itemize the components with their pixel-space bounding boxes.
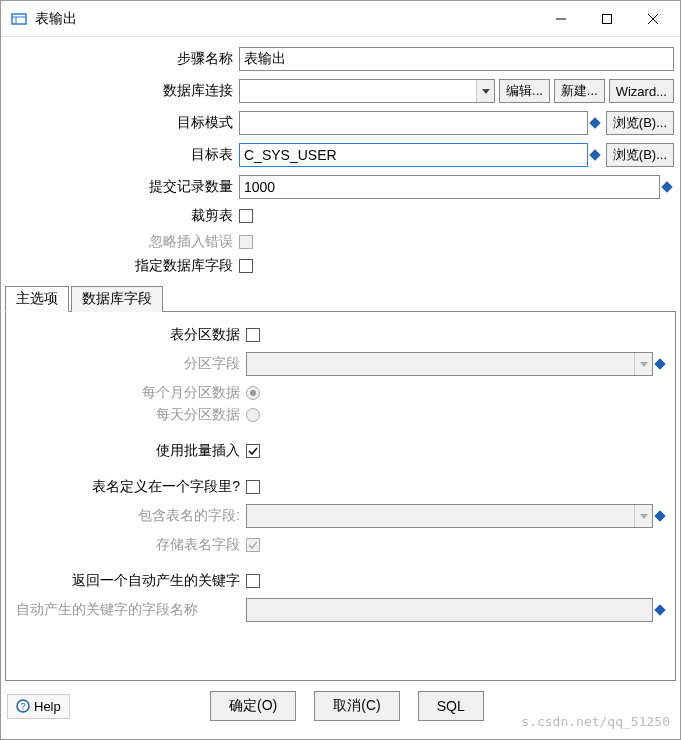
tab-strip: 主选项 数据库字段 bbox=[5, 286, 676, 312]
svg-rect-0 bbox=[12, 14, 26, 24]
chevron-down-icon bbox=[634, 353, 652, 375]
partition-field-combo bbox=[246, 352, 653, 376]
db-conn-label: 数据库连接 bbox=[7, 82, 239, 100]
chevron-down-icon[interactable] bbox=[476, 80, 494, 102]
store-tablename-field-label: 存储表名字段 bbox=[14, 536, 246, 554]
commit-size-input[interactable] bbox=[239, 175, 660, 199]
ok-button[interactable]: 确定(O) bbox=[210, 691, 296, 721]
svg-rect-4 bbox=[603, 14, 612, 23]
svg-text:?: ? bbox=[20, 701, 25, 711]
variable-icon bbox=[589, 149, 600, 160]
ignore-insert-error-label: 忽略插入错误 bbox=[7, 233, 239, 251]
title-bar: 表输出 bbox=[1, 1, 680, 37]
wizard-button[interactable]: Wizard... bbox=[609, 79, 674, 103]
app-icon bbox=[11, 11, 27, 27]
browse-table-button[interactable]: 浏览(B)... bbox=[606, 143, 674, 167]
variable-icon bbox=[654, 510, 665, 521]
partition-monthly-label: 每个月分区数据 bbox=[14, 384, 246, 402]
return-autokey-checkbox[interactable] bbox=[246, 574, 260, 588]
new-conn-button[interactable]: 新建... bbox=[554, 79, 605, 103]
partition-monthly-radio bbox=[246, 386, 260, 400]
autokey-fieldname-input bbox=[246, 598, 653, 622]
browse-schema-button[interactable]: 浏览(B)... bbox=[606, 111, 674, 135]
edit-conn-button[interactable]: 编辑... bbox=[499, 79, 550, 103]
field-contain-tablename-input bbox=[247, 505, 634, 527]
batch-insert-label: 使用批量插入 bbox=[14, 442, 246, 460]
variable-icon bbox=[589, 117, 600, 128]
maximize-button[interactable] bbox=[584, 3, 630, 35]
return-autokey-label: 返回一个自动产生的关键字 bbox=[14, 572, 246, 590]
variable-icon bbox=[661, 181, 672, 192]
partition-daily-radio bbox=[246, 408, 260, 422]
specify-db-fields-label: 指定数据库字段 bbox=[7, 257, 239, 275]
help-button[interactable]: ? Help bbox=[7, 694, 70, 719]
target-schema-input[interactable] bbox=[239, 111, 588, 135]
target-table-input[interactable] bbox=[239, 143, 588, 167]
partition-data-label: 表分区数据 bbox=[14, 326, 246, 344]
button-bar: ? Help 确定(O) 取消(C) SQL bbox=[1, 685, 680, 727]
step-name-input[interactable] bbox=[239, 47, 674, 71]
step-name-label: 步骤名称 bbox=[7, 50, 239, 68]
minimize-button[interactable] bbox=[538, 3, 584, 35]
partition-daily-label: 每天分区数据 bbox=[14, 406, 246, 424]
specify-db-fields-checkbox[interactable] bbox=[239, 259, 253, 273]
tab-panel-main: 表分区数据 分区字段 每个月分区数据 每天分区数据 使用批量插入 表名定义在一个… bbox=[5, 311, 676, 681]
partition-field-label: 分区字段 bbox=[14, 355, 246, 373]
field-contain-tablename-label: 包含表名的字段: bbox=[14, 507, 246, 525]
target-table-label: 目标表 bbox=[7, 146, 239, 164]
db-conn-combo[interactable] bbox=[239, 79, 495, 103]
batch-insert-checkbox[interactable] bbox=[246, 444, 260, 458]
field-contain-tablename-combo bbox=[246, 504, 653, 528]
truncate-label: 裁剪表 bbox=[7, 207, 239, 225]
cancel-button[interactable]: 取消(C) bbox=[314, 691, 399, 721]
variable-icon bbox=[654, 358, 665, 369]
commit-size-label: 提交记录数量 bbox=[7, 178, 239, 196]
truncate-checkbox[interactable] bbox=[239, 209, 253, 223]
tablename-in-field-label: 表名定义在一个字段里? bbox=[14, 478, 246, 496]
help-label: Help bbox=[34, 699, 61, 714]
partition-field-input bbox=[247, 353, 634, 375]
store-tablename-field-checkbox bbox=[246, 538, 260, 552]
partition-data-checkbox[interactable] bbox=[246, 328, 260, 342]
sql-button[interactable]: SQL bbox=[418, 691, 484, 721]
target-schema-label: 目标模式 bbox=[7, 114, 239, 132]
variable-icon bbox=[654, 604, 665, 615]
tablename-in-field-checkbox[interactable] bbox=[246, 480, 260, 494]
help-icon: ? bbox=[16, 699, 30, 713]
autokey-fieldname-label: 自动产生的关键字的字段名称 bbox=[14, 601, 246, 619]
chevron-down-icon bbox=[634, 505, 652, 527]
tab-main[interactable]: 主选项 bbox=[5, 286, 69, 312]
db-conn-input[interactable] bbox=[240, 80, 476, 102]
tab-db-fields[interactable]: 数据库字段 bbox=[71, 286, 163, 312]
close-button[interactable] bbox=[630, 3, 676, 35]
window-title: 表输出 bbox=[33, 10, 538, 28]
ignore-insert-error-checkbox bbox=[239, 235, 253, 249]
